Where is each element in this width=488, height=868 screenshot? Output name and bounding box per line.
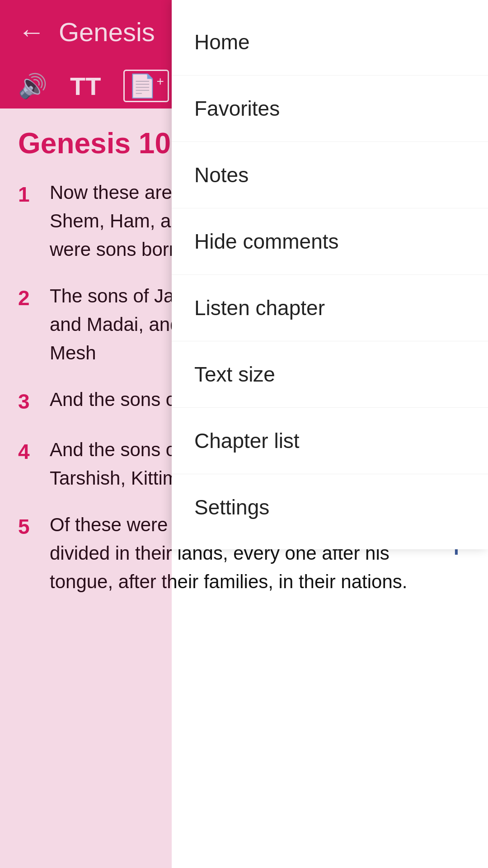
dropdown-menu: Home Favorites Notes Hide comments Liste… bbox=[172, 0, 488, 549]
menu-item-chapter-list[interactable]: Chapter list bbox=[172, 408, 488, 474]
overlay-background[interactable] bbox=[0, 0, 172, 868]
menu-item-settings[interactable]: Settings bbox=[172, 474, 488, 540]
menu-item-notes[interactable]: Notes bbox=[172, 142, 488, 208]
menu-item-text-size[interactable]: Text size bbox=[172, 341, 488, 408]
menu-item-home[interactable]: Home bbox=[172, 9, 488, 75]
menu-item-listen-chapter[interactable]: Listen chapter bbox=[172, 275, 488, 341]
menu-item-favorites[interactable]: Favorites bbox=[172, 75, 488, 142]
dropdown-overlay: Home Favorites Notes Hide comments Liste… bbox=[0, 0, 488, 868]
menu-item-hide-comments[interactable]: Hide comments bbox=[172, 208, 488, 275]
